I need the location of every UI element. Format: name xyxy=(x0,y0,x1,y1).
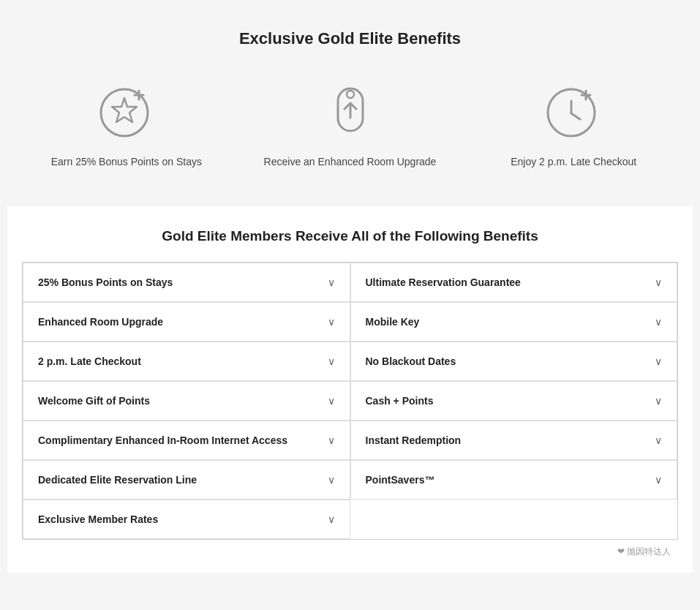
icon-label-bonus-points: Earn 25% Bonus Points on Stays xyxy=(51,155,202,170)
bottom-section: Gold Elite Members Receive All of the Fo… xyxy=(7,206,693,573)
benefit-item-member-rates[interactable]: Exclusive Member Rates ∨ xyxy=(23,500,350,539)
page-title: Exclusive Gold Elite Benefits xyxy=(15,29,685,48)
svg-line-9 xyxy=(571,113,580,119)
benefit-item-instant-redemption[interactable]: Instant Redemption ∨ xyxy=(350,421,678,460)
chevron-icon: ∨ xyxy=(328,316,335,328)
benefits-right-col: Ultimate Reservation Guarantee ∨ Mobile … xyxy=(350,263,678,539)
chevron-icon: ∨ xyxy=(655,474,662,486)
chevron-icon: ∨ xyxy=(328,513,335,525)
benefit-item-late-checkout[interactable]: 2 p.m. Late Checkout ∨ xyxy=(23,342,350,381)
icon-label-room-upgrade: Receive an Enhanced Room Upgrade xyxy=(264,155,437,170)
svg-point-5 xyxy=(347,91,354,98)
sub-title: Gold Elite Members Receive All of the Fo… xyxy=(22,228,678,244)
chevron-icon: ∨ xyxy=(655,434,662,446)
benefit-item-pointsavers[interactable]: PointSavers™ ∨ xyxy=(350,460,678,500)
benefit-item-internet[interactable]: Complimentary Enhanced In-Room Internet … xyxy=(23,421,350,460)
chevron-icon: ∨ xyxy=(328,474,335,486)
chevron-icon: ∨ xyxy=(655,355,662,367)
benefit-item-welcome-gift[interactable]: Welcome Gift of Points ∨ xyxy=(23,381,350,421)
benefit-item-no-blackout[interactable]: No Blackout Dates ∨ xyxy=(350,342,678,381)
benefit-item-reservation-line[interactable]: Dedicated Elite Reservation Line ∨ xyxy=(23,460,350,500)
chevron-icon: ∨ xyxy=(655,276,662,288)
clock-plus-icon xyxy=(541,78,606,143)
benefit-item-cash-points[interactable]: Cash + Points ∨ xyxy=(350,381,678,421)
chevron-icon: ∨ xyxy=(655,316,662,328)
icon-label-late-checkout: Enjoy 2 p.m. Late Checkout xyxy=(511,155,636,170)
icon-item-room-upgrade: Receive an Enhanced Room Upgrade xyxy=(238,70,462,177)
svg-marker-1 xyxy=(112,98,137,122)
icon-item-late-checkout: Enjoy 2 p.m. Late Checkout xyxy=(462,70,685,177)
top-section: Exclusive Gold Elite Benefits Earn 25% B… xyxy=(7,15,693,199)
icons-row: Earn 25% Bonus Points on Stays Receive a… xyxy=(15,70,685,177)
star-plus-icon xyxy=(94,78,159,143)
benefits-left-col: 25% Bonus Points on Stays ∨ Enhanced Roo… xyxy=(23,263,350,539)
svg-point-0 xyxy=(101,89,148,136)
chevron-icon: ∨ xyxy=(328,434,335,446)
chevron-icon: ∨ xyxy=(328,276,335,288)
chevron-icon: ∨ xyxy=(328,395,335,407)
benefit-item-room-upgrade[interactable]: Enhanced Room Upgrade ∨ xyxy=(23,302,350,342)
icon-item-bonus-points: Earn 25% Bonus Points on Stays xyxy=(15,70,238,177)
hanger-icon xyxy=(317,78,383,143)
watermark: ❤ 抛因特达人 xyxy=(22,540,678,558)
benefit-item-bonus-points[interactable]: 25% Bonus Points on Stays ∨ xyxy=(23,263,350,302)
benefit-item-mobile-key[interactable]: Mobile Key ∨ xyxy=(350,302,678,342)
benefit-item-reservation-guarantee[interactable]: Ultimate Reservation Guarantee ∨ xyxy=(350,263,678,302)
benefits-grid: 25% Bonus Points on Stays ∨ Enhanced Roo… xyxy=(22,262,678,540)
chevron-icon: ∨ xyxy=(328,355,335,367)
chevron-icon: ∨ xyxy=(655,395,662,407)
page-wrapper: Exclusive Gold Elite Benefits Earn 25% B… xyxy=(0,0,700,587)
